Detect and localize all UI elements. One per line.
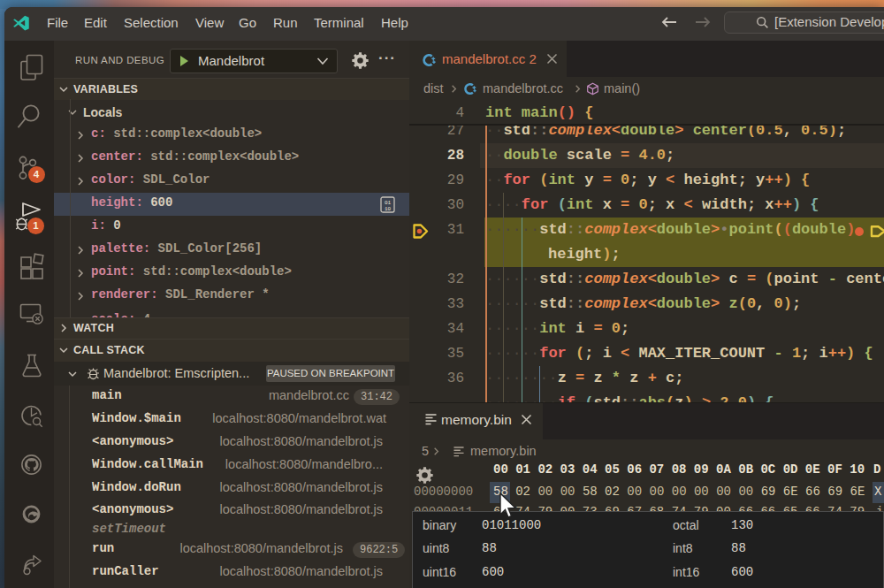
svg-text:10: 10: [385, 206, 392, 212]
svg-text:01: 01: [385, 200, 392, 206]
